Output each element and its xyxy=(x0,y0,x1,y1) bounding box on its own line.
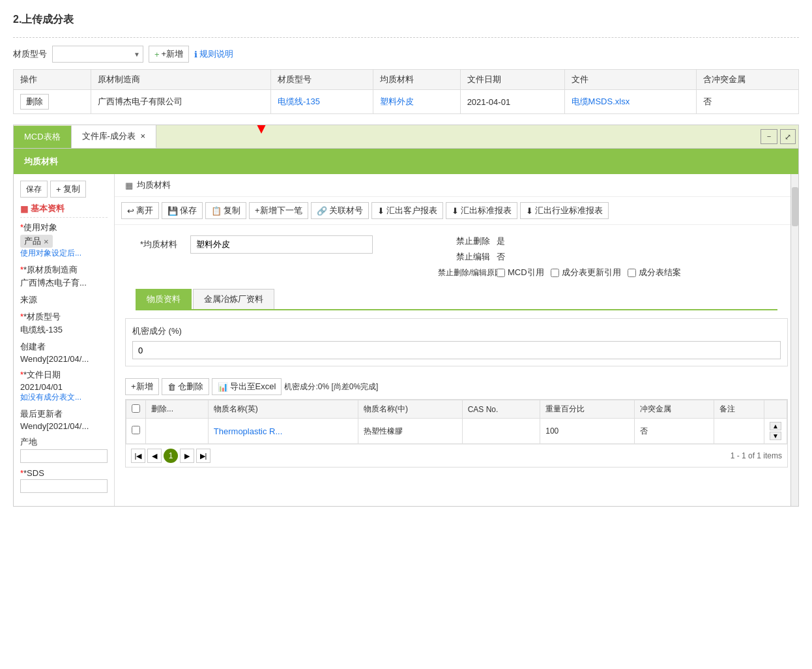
file-link[interactable]: 电缆MSDS.xlsx xyxy=(572,97,630,106)
section-header: 均质材料 xyxy=(14,149,798,174)
origin-input[interactable] xyxy=(20,449,108,463)
leave-icon: ↩ xyxy=(127,206,134,216)
tab-filecenter[interactable]: 文件库-成分表 × xyxy=(72,125,157,148)
sidebar-toolbar: 保存 + 复制 xyxy=(20,181,108,198)
sidebar-save-button[interactable]: 保存 xyxy=(20,181,48,198)
sidebar-basic-info: ▦ 基本资料 使用对象 产品 × 使用对象设定后... xyxy=(20,203,108,493)
mcd-checkbox[interactable] xyxy=(497,269,505,277)
sds-input[interactable] xyxy=(20,479,108,493)
col-cas: CAS No. xyxy=(462,400,540,419)
delete-icon: 🗑 xyxy=(167,382,176,392)
delete-button[interactable]: 删除 xyxy=(20,94,49,110)
inner-delete-label: 仓删除 xyxy=(178,381,203,393)
row-weight-cell: 100 xyxy=(540,419,635,444)
sidebar-field-origin: 产地 xyxy=(20,436,108,463)
col-homogeneous: 均质材料 xyxy=(373,70,460,90)
row-scroll-cell: ▲ ▼ xyxy=(764,419,787,444)
col-delete-dots: 删除... xyxy=(146,400,209,419)
tab-minimize-button[interactable]: － xyxy=(761,129,777,144)
top-add-button[interactable]: + +新增 xyxy=(149,46,189,63)
no-edit-row: 禁止编辑 否 xyxy=(438,251,681,263)
tab-container: MCD表格 文件库-成分表 × － ⤢ 均质材料 xyxy=(13,125,799,507)
row-check-cell xyxy=(126,419,146,444)
row-name-zh-cell: 热塑性橡膠 xyxy=(358,419,462,444)
page-info: 1 - 1 of 1 items xyxy=(731,451,782,460)
col-name-zh: 物质名称(中) xyxy=(358,400,462,419)
export-standard-button[interactable]: ⬇ 汇出标准报表 xyxy=(446,202,517,219)
inner-delete-button[interactable]: 🗑 仓删除 xyxy=(162,378,209,395)
add-next-button[interactable]: +新增下一笔 xyxy=(249,202,308,219)
export-industry-button[interactable]: ⬇ 汇出行业标准报表 xyxy=(520,202,609,219)
row-up-button[interactable]: ▲ xyxy=(770,422,781,430)
sidebar-copy-button[interactable]: + 复制 xyxy=(50,181,86,198)
col-actions xyxy=(764,400,787,419)
usage-tag-container: 产品 × xyxy=(20,235,108,248)
material-form-input[interactable] xyxy=(190,235,373,254)
select-all-checkbox[interactable] xyxy=(132,404,140,413)
current-page: 1 xyxy=(164,449,178,463)
composition-end-text: 成分表结案 xyxy=(639,267,681,278)
usage-label: 使用对象 xyxy=(20,222,108,233)
first-page-button[interactable]: |◀ xyxy=(131,449,145,463)
export-customer-label: 汇出客户报表 xyxy=(386,205,437,216)
file-link-sidebar[interactable]: 如没有成分表文... xyxy=(20,392,108,403)
tab-maximize-button[interactable]: ⤢ xyxy=(780,129,796,144)
form-main-row: *均质材料 禁止删除 是 禁 xyxy=(125,235,788,278)
export-icon3: ⬇ xyxy=(526,206,533,216)
updater-label: 最后更新者 xyxy=(20,408,108,420)
composition-end-checkbox[interactable] xyxy=(628,269,636,277)
row-down-button[interactable]: ▼ xyxy=(770,432,781,440)
save-button[interactable]: 💾 保存 xyxy=(162,202,203,219)
usage-link[interactable]: 使用对象设定后... xyxy=(20,248,108,259)
prev-page-button[interactable]: ◀ xyxy=(147,449,162,463)
scrollbar[interactable] xyxy=(790,174,798,506)
file-date-value: 2021/04/01 xyxy=(20,382,108,392)
col-name-en: 物质名称(英) xyxy=(208,400,358,419)
sub-tab-smelter[interactable]: 金属冶炼厂资料 xyxy=(193,289,274,309)
mcd-checkbox-label: MCD引用 xyxy=(497,267,544,278)
col-conflict: 含冲突金属 xyxy=(696,70,798,90)
table-icon: ▦ xyxy=(20,204,28,214)
page-nav: |◀ ◀ 1 ▶ ▶| xyxy=(131,449,210,463)
row-checkbox[interactable] xyxy=(132,426,140,434)
sidebar-field-sds: *SDS xyxy=(20,468,108,493)
status-text: 机密成分:0% [尚差0%完成] xyxy=(284,381,378,393)
rule-button[interactable]: ℹ 规则说明 xyxy=(194,48,233,60)
mcd-checkbox-text: MCD引用 xyxy=(508,267,544,278)
tab-close-icon[interactable]: × xyxy=(141,131,146,141)
material-type-select[interactable] xyxy=(52,46,143,63)
material-type-select-wrapper xyxy=(52,46,143,63)
homogeneous-link[interactable]: 塑料外皮 xyxy=(380,97,414,106)
inner-add-button[interactable]: +新增 xyxy=(125,378,159,395)
last-page-button[interactable]: ▶| xyxy=(196,449,210,463)
col-weight: 重量百分比 xyxy=(540,400,635,419)
file-cell: 电缆MSDS.xlsx xyxy=(564,90,696,114)
col-remark: 备注 xyxy=(714,400,764,419)
tab-mcd[interactable]: MCD表格 xyxy=(14,126,72,148)
no-reason-row: 禁止删除/编辑原因 MCD引用 成分表更新引用 xyxy=(438,267,681,278)
no-delete-row: 禁止删除 是 xyxy=(438,235,681,247)
inner-add-label: +新增 xyxy=(131,381,153,393)
sidebar-field-creator: 创建者 Wendy[2021/04/... xyxy=(20,341,108,364)
relate-button[interactable]: 🔗 关联材号 xyxy=(311,202,369,219)
scrollbar-thumb[interactable] xyxy=(792,187,798,226)
leave-button[interactable]: ↩ 离开 xyxy=(121,202,159,219)
usage-tag: 产品 × xyxy=(20,235,53,248)
top-add-label: +新增 xyxy=(162,48,184,60)
inner-export-button[interactable]: 📊 导出至Excel xyxy=(212,378,282,395)
section-title-bar: ▦ 均质材料 xyxy=(115,174,798,197)
substance-link[interactable]: Thermoplastic R... xyxy=(214,426,282,436)
next-page-button[interactable]: ▶ xyxy=(180,449,194,463)
manufacturer-cell: 广西博杰电子有限公司 xyxy=(91,90,270,114)
sub-tab-substance[interactable]: 物质资料 xyxy=(136,289,192,309)
confidential-input[interactable] xyxy=(132,341,781,359)
composition-update-checkbox[interactable] xyxy=(551,269,559,277)
copy-button[interactable]: 📋 复制 xyxy=(205,202,246,219)
usage-tag-remove[interactable]: × xyxy=(44,237,49,246)
sidebar: 保存 + 复制 ▦ 基本资料 使用对象 产品 xyxy=(14,174,115,506)
composition-update-checkbox-label: 成分表更新引用 xyxy=(551,267,621,278)
export-customer-button[interactable]: ⬇ 汇出客户报表 xyxy=(371,202,443,219)
table-row: 删除 广西博杰电子有限公司 电缆线-135 塑料外皮 2021-04-01 电缆… xyxy=(14,90,799,114)
material-type-link[interactable]: 电缆线-135 xyxy=(278,97,320,106)
material-type-sidebar-value: 电缆线-135 xyxy=(20,324,108,336)
